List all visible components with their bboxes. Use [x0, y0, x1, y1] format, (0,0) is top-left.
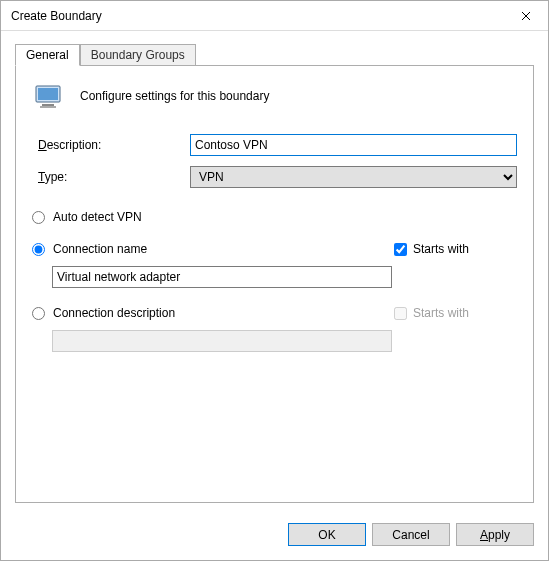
tab-general[interactable]: General	[15, 44, 80, 66]
connection-desc-starts-group: Starts with	[394, 306, 469, 320]
connection-desc-input-row	[52, 330, 517, 352]
connection-desc-label[interactable]: Connection description	[53, 306, 175, 320]
connection-desc-starts-checkbox	[394, 307, 407, 320]
computer-icon	[32, 80, 64, 112]
close-icon	[521, 11, 531, 21]
cancel-button[interactable]: Cancel	[372, 523, 450, 546]
connection-desc-starts-label: Starts with	[413, 306, 469, 320]
type-row: Type: VPN	[38, 166, 517, 188]
ok-button[interactable]: OK	[288, 523, 366, 546]
close-button[interactable]	[503, 1, 548, 31]
connection-name-starts-group: Starts with	[394, 242, 469, 256]
connection-name-starts-checkbox[interactable]	[394, 243, 407, 256]
connection-name-starts-label[interactable]: Starts with	[413, 242, 469, 256]
connection-desc-radio[interactable]	[32, 307, 45, 320]
fields-group: Description: Type: VPN	[38, 134, 517, 188]
connection-name-input[interactable]	[52, 266, 392, 288]
description-input[interactable]	[190, 134, 517, 156]
window-title: Create Boundary	[11, 9, 503, 23]
auto-detect-label[interactable]: Auto detect VPN	[53, 210, 142, 224]
type-label: Type:	[38, 170, 190, 184]
dialog-content: General Boundary Groups Configure settin…	[1, 31, 548, 513]
connection-name-row: Connection name Starts with	[32, 242, 517, 256]
panel-header: Configure settings for this boundary	[32, 80, 517, 112]
connection-name-input-row	[52, 266, 517, 288]
svg-rect-3	[40, 106, 56, 108]
connection-desc-row: Connection description Starts with	[32, 306, 517, 320]
connection-desc-input	[52, 330, 392, 352]
svg-rect-1	[38, 88, 58, 100]
connection-name-radio[interactable]	[32, 243, 45, 256]
tab-panel-general: Configure settings for this boundary Des…	[15, 65, 534, 503]
description-label: Description:	[38, 138, 190, 152]
dialog-buttons: OK Cancel Apply	[1, 513, 548, 546]
svg-rect-2	[42, 104, 54, 106]
tab-boundary-groups[interactable]: Boundary Groups	[80, 44, 196, 65]
description-row: Description:	[38, 134, 517, 156]
apply-button[interactable]: Apply	[456, 523, 534, 546]
auto-detect-radio[interactable]	[32, 211, 45, 224]
tab-strip: General Boundary Groups	[15, 43, 534, 65]
auto-detect-row: Auto detect VPN	[32, 210, 517, 224]
type-select[interactable]: VPN	[190, 166, 517, 188]
title-bar: Create Boundary	[1, 1, 548, 31]
connection-name-label[interactable]: Connection name	[53, 242, 147, 256]
panel-header-text: Configure settings for this boundary	[80, 89, 269, 103]
